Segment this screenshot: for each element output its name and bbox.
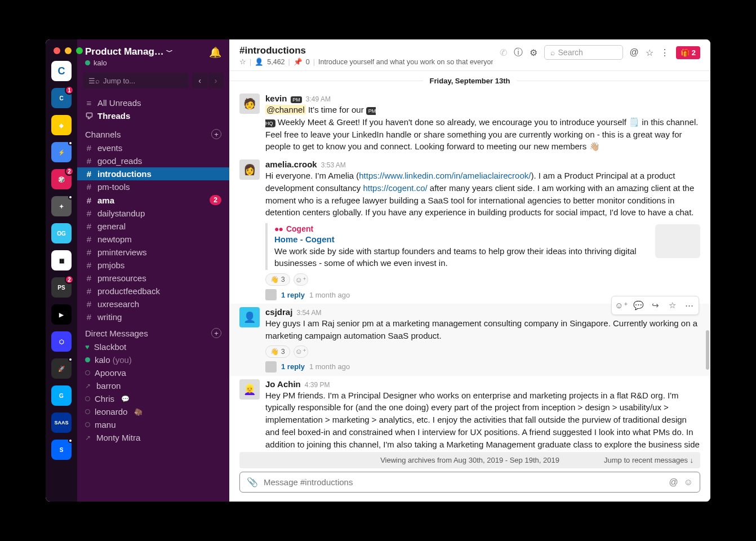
hash-icon: # [85, 312, 93, 322]
search-input[interactable]: ⌕Search [544, 45, 623, 60]
attachment-paperclip-icon[interactable]: 📎 [247, 477, 258, 487]
message-list[interactable]: Friday, September 13th 🧑 kevinPM3:49 AM … [229, 71, 710, 450]
notifications-bell-icon[interactable]: 🔔 [209, 46, 221, 59]
channel-item-general[interactable]: #general [77, 220, 229, 233]
reply-thread-button[interactable]: 💬 [630, 298, 647, 313]
message-composer[interactable]: 📎 @ ☺ [239, 472, 700, 493]
bookmark-star-button[interactable]: ☆ [664, 298, 681, 313]
jump-to-input[interactable]: ☰⌕Jump to... [83, 73, 189, 88]
message: ☺⁺ 💬 ↪ ☆ ⋯ 👤 csjdraj3:54 AM Hey guys I a… [229, 304, 710, 376]
more-vertical-icon[interactable]: ⋮ [660, 47, 669, 58]
pin-count[interactable]: 0 [306, 58, 310, 66]
workspace-icon[interactable]: S [51, 440, 72, 460]
channel-item-pm-tools[interactable]: #pm-tools [77, 180, 229, 193]
add-reaction-button[interactable]: ☺⁺ [293, 273, 308, 286]
message-author[interactable]: amelia.crook [265, 159, 317, 169]
message-author[interactable]: kevin [265, 94, 287, 103]
archive-banner: Viewing archives from Aug 30th, 2019 - S… [239, 452, 700, 468]
cogent-logo-icon: ●● [274, 224, 283, 233]
minimize-window-button[interactable] [65, 47, 72, 54]
workspace-icon[interactable]: C [51, 61, 72, 81]
channel-item-pmjobs[interactable]: #pmjobs [77, 259, 229, 272]
channel-item-pminterviews[interactable]: #pminterviews [77, 246, 229, 259]
reaction-chip[interactable]: 👋3 [265, 273, 290, 286]
channel-item-newtopm[interactable]: #newtopm [77, 233, 229, 246]
notepad-icon: 🗒️ [629, 117, 639, 127]
emoji-picker-icon[interactable]: ☺ [684, 477, 693, 487]
add-reaction-button[interactable]: ☺⁺ [293, 345, 308, 358]
link[interactable]: https://cogent.co/ [363, 183, 427, 193]
avatar[interactable]: 🧑 [239, 94, 260, 114]
channel-mention[interactable]: @channel [265, 105, 306, 114]
settings-gear-icon[interactable]: ⚙ [530, 47, 537, 58]
avatar[interactable]: 👩 [239, 159, 260, 180]
message-author[interactable]: csjdraj [265, 307, 292, 317]
workspace-icon[interactable]: C1 [51, 88, 72, 108]
reaction-chip[interactable]: 👋3 [265, 345, 290, 358]
dm-section-header[interactable]: Direct Messages + [77, 323, 229, 340]
channel-item-productfeedback[interactable]: #productfeedback [77, 285, 229, 298]
workspace-icon[interactable]: ✦ [51, 196, 72, 216]
dm-item[interactable]: ↗barron [77, 379, 229, 392]
close-window-button[interactable] [54, 47, 60, 54]
preview-title[interactable]: Home - Cogent [274, 234, 647, 244]
history-back-button[interactable]: ‹ [192, 73, 208, 88]
workspace-icon[interactable]: OG [51, 223, 72, 243]
add-dm-button[interactable]: + [211, 328, 221, 338]
message-author[interactable]: Jo Achin [265, 379, 301, 389]
workspace-icon[interactable]: ⬡ [51, 331, 72, 352]
dm-item[interactable]: Chris💬 [77, 392, 229, 405]
dm-item[interactable]: ↗Monty Mitra [77, 431, 229, 444]
more-actions-button[interactable]: ⋯ [681, 298, 697, 313]
channels-section-header[interactable]: Channels + [77, 125, 229, 141]
dm-item[interactable]: ♥Slackbot [77, 340, 229, 353]
dm-item[interactable]: leonardo🦣 [77, 405, 229, 418]
dm-item[interactable]: kalo (you) [77, 353, 229, 366]
scrollbar-thumb[interactable] [706, 330, 709, 370]
workspace-icon[interactable]: SAAS [51, 413, 72, 433]
phone-icon[interactable]: ✆ [500, 47, 507, 58]
dm-item[interactable]: Apoorva [77, 366, 229, 379]
maximize-window-button[interactable] [76, 47, 83, 54]
workspace-icon[interactable]: 🎲2 [51, 169, 72, 189]
workspace-name[interactable]: Product Manag…﹀ [85, 46, 173, 57]
channel-item-writing[interactable]: #writing [77, 311, 229, 323]
mentions-at-icon[interactable]: @ [630, 47, 639, 57]
workspace-icon[interactable]: ▦ [51, 250, 72, 270]
workspace-icon[interactable]: ▶ [51, 304, 72, 325]
workspace-icon[interactable]: ◆ [51, 115, 72, 135]
link[interactable]: https://www.linkedin.com/in/ameliaclaire… [359, 171, 531, 180]
threads-link[interactable]: 🗩Threads [77, 109, 229, 122]
channel-item-introductions[interactable]: #introductions [77, 167, 229, 180]
channel-item-good_reads[interactable]: #good_reads [77, 154, 229, 167]
avatar[interactable]: 👱‍♀️ [239, 379, 260, 400]
workspace-icon[interactable]: G [51, 385, 72, 406]
share-button[interactable]: ↪ [647, 298, 664, 313]
workspace-icon[interactable]: ⚡ [51, 142, 72, 162]
member-count[interactable]: 5,462 [267, 58, 284, 66]
channel-item-dailystandup[interactable]: #dailystandup [77, 207, 229, 220]
avatar[interactable]: 👤 [239, 307, 260, 327]
thread-summary[interactable]: 1 reply 1 month ago [265, 361, 700, 373]
history-forward-button[interactable]: › [208, 73, 224, 88]
all-unreads-link[interactable]: ≡All Unreads [77, 96, 229, 109]
channel-item-uxresearch[interactable]: #uxresearch [77, 298, 229, 311]
workspace-icon[interactable]: PS2 [51, 277, 72, 298]
add-channel-button[interactable]: + [211, 129, 221, 139]
mention-at-icon[interactable]: @ [669, 477, 678, 487]
channel-item-events[interactable]: #events [77, 141, 229, 154]
star-icon[interactable]: ☆ [239, 57, 246, 66]
workspace-icon[interactable]: 🚀 [51, 358, 72, 379]
gift-button[interactable]: 🎁2 [676, 46, 700, 59]
dm-item[interactable]: manu [77, 418, 229, 431]
info-icon[interactable]: ⓘ [514, 47, 523, 59]
channel-item-ama[interactable]: #ama2 [77, 193, 229, 207]
jump-to-recent-button[interactable]: Jump to recent messages ↓ [604, 456, 693, 464]
composer-input[interactable] [264, 477, 663, 487]
channel-topic[interactable]: Introduce yourself and what you work on … [318, 58, 493, 66]
avatar [265, 361, 277, 373]
presence-dot-icon [85, 60, 90, 65]
add-reaction-button[interactable]: ☺⁺ [613, 298, 630, 313]
star-icon[interactable]: ☆ [646, 47, 653, 58]
channel-item-pmresources[interactable]: #pmresources [77, 272, 229, 285]
